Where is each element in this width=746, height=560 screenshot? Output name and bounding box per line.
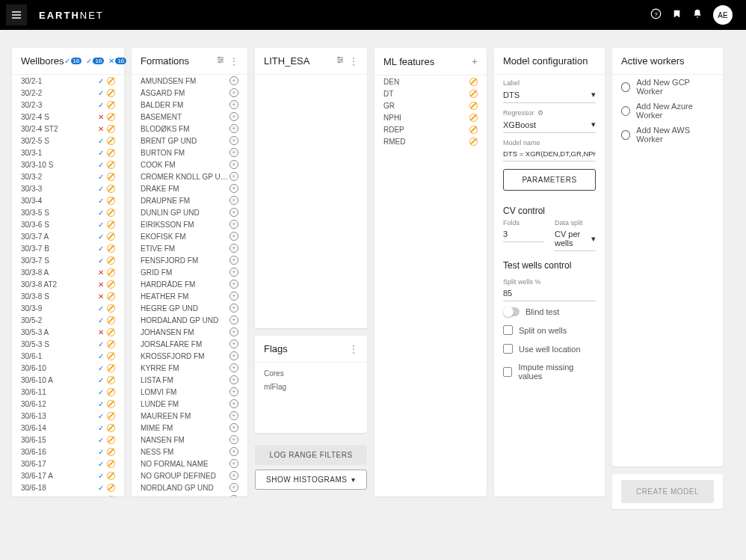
split-wells-checkbox[interactable] (503, 325, 513, 335)
wellbore-row[interactable]: 30/6-19✓ (12, 493, 124, 496)
wellbore-row[interactable]: 30/6-10 A✓ (12, 374, 124, 386)
worker-option[interactable]: Add New AWS Worker (612, 123, 723, 147)
exclude-icon[interactable] (107, 472, 115, 480)
flag-item[interactable]: mlFlag (264, 381, 358, 394)
check-icon[interactable]: ✓ (98, 173, 104, 181)
ml-feature-row[interactable]: DT (374, 87, 487, 99)
check-icon[interactable]: ✓ (98, 197, 104, 205)
wellbore-row[interactable]: 30/3-3✓ (12, 182, 124, 194)
wellbore-row[interactable]: 30/3-8 A✕ (12, 266, 124, 278)
add-circle-icon[interactable]: + (229, 399, 238, 408)
add-circle-icon[interactable]: + (229, 411, 238, 420)
check-icon[interactable]: ✓ (98, 412, 104, 420)
check-icon[interactable]: ✓ (98, 376, 104, 384)
add-circle-icon[interactable]: + (229, 112, 238, 121)
settings-icon[interactable] (216, 55, 225, 67)
formation-row[interactable]: BURTON FM+ (132, 147, 247, 159)
exclude-icon[interactable] (107, 137, 115, 145)
exclude-icon[interactable] (107, 400, 115, 408)
check-icon[interactable]: ✓ (98, 496, 104, 497)
exclude-icon[interactable] (107, 352, 115, 360)
formation-row[interactable]: JOHANSEN FM+ (132, 326, 247, 338)
formation-row[interactable]: DRAKE FM+ (132, 182, 247, 194)
exclude-icon[interactable] (107, 304, 115, 313)
check-icon[interactable]: ✓ (98, 233, 104, 241)
check-icon[interactable]: ✓ (98, 448, 104, 456)
formation-row[interactable]: LOMVI FM+ (132, 386, 247, 398)
bell-icon[interactable] (692, 8, 703, 22)
wellbore-row[interactable]: 30/3-7 B✓ (12, 242, 124, 254)
wellbore-row[interactable]: 30/6-15✓ (12, 434, 124, 446)
wellbore-row[interactable]: 30/3-6 S✓ (12, 218, 124, 230)
x-icon[interactable]: ✕ (98, 113, 104, 121)
check-icon[interactable]: ✓ (98, 244, 104, 253)
add-circle-icon[interactable]: + (229, 292, 238, 301)
exclude-icon[interactable] (107, 496, 115, 497)
add-circle-icon[interactable]: + (229, 232, 238, 241)
exclude-icon[interactable] (107, 233, 115, 241)
blind-toggle[interactable] (503, 307, 520, 316)
wellbore-row[interactable]: 30/3-7 S✓ (12, 254, 124, 266)
formation-row[interactable]: CROMER KNOLL GP UND+ (132, 170, 247, 182)
formation-row[interactable]: DUNLIN GP UND+ (132, 206, 247, 218)
check-icon[interactable]: ✓ (98, 101, 104, 109)
wellbore-row[interactable]: 30/6-17✓ (12, 458, 124, 470)
formation-row[interactable]: ÅSGARD FM+ (132, 87, 247, 99)
exclude-icon[interactable] (107, 173, 115, 181)
check-icon[interactable]: ✓ (98, 424, 104, 432)
formation-row[interactable]: GRID FM+ (132, 266, 247, 278)
wellbore-row[interactable]: 30/5-3 S✓ (12, 338, 124, 350)
check-icon[interactable]: ✓ (98, 472, 104, 480)
exclude-icon[interactable] (107, 125, 115, 133)
check-icon[interactable]: ✓ (98, 161, 104, 169)
wellbore-row[interactable]: 30/6-1✓ (12, 350, 124, 362)
exclude-icon[interactable] (107, 280, 115, 289)
exclude-icon[interactable] (107, 209, 115, 217)
add-circle-icon[interactable]: + (229, 280, 238, 289)
check-icon[interactable]: ✓ (98, 340, 104, 348)
chip-x[interactable]: ✕16 (108, 57, 126, 65)
formation-row[interactable]: ETIVE FM+ (132, 242, 247, 254)
add-circle-icon[interactable]: + (229, 495, 238, 496)
exclude-icon[interactable] (107, 149, 115, 157)
ml-feature-row[interactable]: DEN (374, 76, 487, 87)
add-circle-icon[interactable]: + (229, 447, 238, 456)
settings-icon[interactable] (336, 55, 345, 67)
formation-row[interactable]: OSEBERG FM+ (132, 493, 247, 496)
add-circle-icon[interactable]: + (229, 160, 238, 169)
wellbore-row[interactable]: 30/3-8 AT2✕ (12, 278, 124, 290)
exclude-icon[interactable] (107, 364, 115, 372)
wellbore-row[interactable]: 30/6-18✓ (12, 481, 124, 493)
formation-row[interactable]: KYRRE FM+ (132, 362, 247, 374)
check-icon[interactable]: ✓ (98, 149, 104, 157)
wellbore-row[interactable]: 30/2-1✓ (12, 75, 124, 87)
exclude-icon[interactable] (469, 126, 478, 134)
formation-row[interactable]: BALDER FM+ (132, 99, 247, 111)
formation-row[interactable]: MIME FM+ (132, 422, 247, 434)
wellbore-row[interactable]: 30/2-2✓ (12, 87, 124, 99)
check-icon[interactable]: ✓ (98, 77, 104, 85)
formation-row[interactable]: HARDRÅDE FM+ (132, 278, 247, 290)
formation-row[interactable]: HEATHER FM+ (132, 290, 247, 302)
formation-row[interactable]: DRAUPNE FM+ (132, 194, 247, 206)
add-icon[interactable]: + (472, 55, 478, 67)
add-circle-icon[interactable]: + (229, 327, 238, 336)
formation-row[interactable]: EIRIKSSON FM+ (132, 218, 247, 230)
ml-feature-row[interactable]: NPHI (374, 111, 487, 123)
check-icon[interactable]: ✓ (98, 256, 104, 265)
wellbore-row[interactable]: 30/2-3✓ (12, 99, 124, 111)
formation-row[interactable]: AMUNDSEN FM+ (132, 75, 247, 87)
exclude-icon[interactable] (469, 114, 478, 122)
add-circle-icon[interactable]: + (229, 76, 238, 85)
modelname-input[interactable] (503, 147, 596, 161)
show-histograms-button[interactable]: SHOW HISTOGRAMS▾ (255, 470, 367, 490)
add-circle-icon[interactable]: + (229, 268, 238, 277)
add-circle-icon[interactable]: + (229, 100, 238, 109)
formation-row[interactable]: HORDALAND GP UND+ (132, 314, 247, 326)
add-circle-icon[interactable]: + (229, 459, 238, 468)
wellbore-row[interactable]: 30/6-17 A✓ (12, 470, 124, 481)
formation-row[interactable]: COOK FM+ (132, 159, 247, 170)
exclude-icon[interactable] (107, 185, 115, 193)
add-circle-icon[interactable]: + (229, 471, 238, 480)
wellbore-row[interactable]: 30/3-4✓ (12, 194, 124, 206)
